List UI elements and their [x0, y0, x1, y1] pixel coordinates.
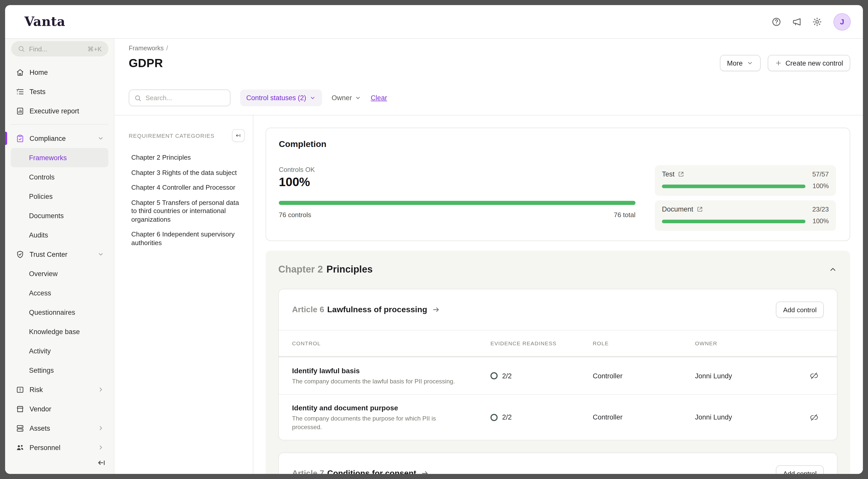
breadcrumb-separator: /	[166, 45, 168, 52]
category-item[interactable]: Chapter 3 Rights of the data subject	[131, 168, 245, 177]
chevron-up-icon	[828, 265, 837, 274]
chapter-prefix: Chapter 2	[278, 264, 323, 275]
unlink-icon	[809, 371, 819, 380]
more-button[interactable]: More	[720, 55, 761, 71]
control-name[interactable]: Identity and document purpose	[292, 403, 491, 413]
completion-title: Completion	[279, 139, 837, 150]
page-header: Frameworks/ GDPR More Create new control	[115, 39, 863, 71]
unlink-control-button[interactable]	[809, 413, 819, 422]
sidebar-item-controls[interactable]: Controls	[11, 167, 108, 187]
role-cell: Controller	[593, 413, 695, 421]
add-control-button[interactable]: Add control	[776, 465, 824, 474]
search-input-wrapper[interactable]	[129, 90, 230, 106]
sidebar-item-policies[interactable]: Policies	[11, 187, 108, 206]
completion-tiles: Test 57/57 100%	[655, 165, 836, 231]
sidebar-item-frameworks[interactable]: Frameworks	[11, 148, 108, 167]
category-item[interactable]: Chapter 6 Independent supervisory author…	[131, 230, 245, 247]
evidence-readiness: 2/2	[502, 413, 512, 421]
sidebar-item-compliance[interactable]: Compliance	[11, 129, 108, 148]
avatar-initial: J	[840, 17, 844, 26]
article-7-card: Article 7 Conditions for consent Add con…	[278, 453, 837, 474]
external-link-icon	[678, 171, 684, 178]
sidebar-item-assets[interactable]: Assets	[11, 418, 108, 438]
control-description: The company documents the lawful basis f…	[292, 377, 465, 386]
shield-check-icon	[16, 250, 24, 259]
sidebar-item-settings[interactable]: Settings	[11, 360, 108, 380]
find-input[interactable]: Find... ⌘+K	[11, 41, 108, 57]
chevron-down-icon	[309, 95, 316, 101]
table-row[interactable]: Identify lawful basis The company docume…	[279, 357, 837, 394]
search-input[interactable]	[146, 94, 225, 102]
completion-card: Completion Controls OK 100% 76 controls …	[266, 128, 850, 241]
storefront-icon	[16, 405, 24, 413]
article-7-link[interactable]: Article 7 Conditions for consent	[292, 469, 429, 474]
arrow-right-icon	[421, 469, 429, 474]
category-item[interactable]: Chapter 5 Transfers of personal data to …	[131, 198, 245, 224]
server-stack-icon	[16, 424, 24, 433]
control-statuses-filter[interactable]: Control statuses (2)	[240, 90, 322, 106]
gear-icon[interactable]	[812, 17, 822, 27]
chevron-down-icon	[97, 135, 104, 142]
find-placeholder: Find...	[29, 45, 88, 53]
vanta-logo: Vanta	[24, 14, 65, 29]
owner-filter[interactable]: Owner	[332, 94, 361, 102]
sidebar-item-questionnaires[interactable]: Questionnaires	[11, 302, 108, 322]
help-icon[interactable]	[771, 17, 781, 27]
topbar-actions: J	[771, 13, 851, 30]
category-item[interactable]: Chapter 4 Controller and Processor	[131, 184, 245, 192]
sidebar-item-vendor[interactable]: Vendor	[11, 399, 108, 418]
sidebar-item-tests[interactable]: Tests	[11, 82, 108, 101]
unlink-icon	[809, 413, 819, 422]
table-row[interactable]: Identity and document purpose The compan…	[279, 394, 837, 440]
sidebar-item-audits[interactable]: Audits	[11, 225, 108, 245]
category-item[interactable]: Chapter 2 Principles	[131, 154, 245, 162]
chapter-2-section: Chapter 2 Principles Article	[266, 251, 850, 474]
unlink-control-button[interactable]	[809, 371, 819, 380]
avatar[interactable]: J	[833, 13, 851, 30]
requirement-categories-panel: REQUIREMENT CATEGORIES Chapter 2 Princip…	[115, 116, 253, 474]
sidebar-item-trust-center[interactable]: Trust Center	[11, 245, 108, 264]
sidebar-item-risk[interactable]: Risk	[11, 380, 108, 399]
sidebar-collapse-button[interactable]	[97, 458, 107, 468]
add-control-button[interactable]: Add control	[776, 301, 824, 318]
test-link[interactable]: Test	[662, 170, 684, 178]
chapter-collapse-button[interactable]	[828, 265, 837, 274]
megaphone-icon[interactable]	[792, 17, 802, 27]
create-new-control-button[interactable]: Create new control	[768, 55, 850, 71]
chapter-title: Principles	[327, 264, 373, 275]
topbar: Vanta J	[5, 5, 863, 39]
sidebar: Find... ⌘+K Home Tests Executive	[5, 39, 115, 474]
chevron-right-icon	[97, 386, 104, 393]
owner-cell: Jonni Lundy	[695, 413, 809, 421]
controls-total: 76 total	[614, 211, 636, 219]
table-header: CONTROL EVIDENCE READINESS ROLE OWNER	[279, 330, 837, 356]
test-percent: 100%	[810, 183, 829, 190]
clear-filters-link[interactable]: Clear	[371, 94, 387, 102]
report-icon	[16, 106, 24, 115]
search-icon	[134, 94, 142, 101]
sidebar-nav: Home Tests Executive report Compliance	[5, 63, 114, 474]
sidebar-item-access[interactable]: Access	[11, 283, 108, 302]
completion-progress-bar	[279, 201, 636, 205]
external-link-icon	[696, 206, 703, 213]
breadcrumb-frameworks[interactable]: Frameworks	[129, 45, 164, 52]
framework-content: Completion Controls OK 100% 76 controls …	[253, 116, 863, 474]
document-ratio: 23/23	[812, 205, 829, 213]
controls-count: 76 controls	[279, 211, 311, 219]
sidebar-item-activity[interactable]: Activity	[11, 341, 108, 360]
categories-collapse-button[interactable]	[232, 129, 245, 142]
sidebar-item-executive-report[interactable]: Executive report	[11, 101, 108, 121]
article-6-link[interactable]: Article 6 Lawfulness of processing	[292, 305, 440, 314]
breadcrumb: Frameworks/	[129, 45, 850, 52]
sidebar-item-home[interactable]: Home	[11, 63, 108, 82]
document-progress-bar	[662, 219, 805, 223]
requirement-categories-title: REQUIREMENT CATEGORIES	[129, 132, 214, 138]
document-link[interactable]: Document	[662, 205, 703, 213]
evidence-ring-icon	[491, 414, 498, 421]
sidebar-item-knowledge-base[interactable]: Knowledge base	[11, 322, 108, 341]
page-title: GDPR	[129, 56, 163, 71]
control-name[interactable]: Identify lawful basis	[292, 365, 491, 376]
sidebar-item-personnel[interactable]: Personnel	[11, 438, 108, 457]
sidebar-item-overview[interactable]: Overview	[11, 264, 108, 283]
sidebar-item-documents[interactable]: Documents	[11, 206, 108, 225]
